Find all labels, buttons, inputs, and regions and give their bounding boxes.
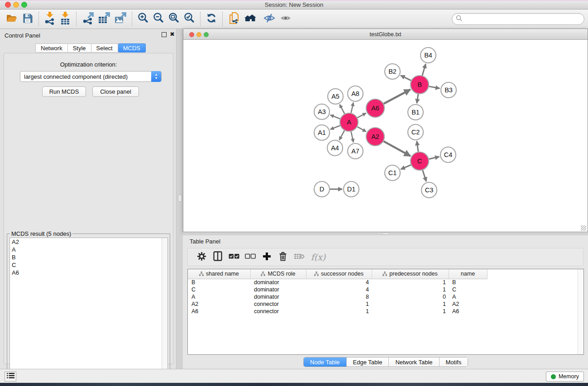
edge-C-C3[interactable] [423,170,426,181]
edge-A6-B[interactable] [384,90,411,104]
deselect-all-button[interactable] [242,249,258,265]
search-field[interactable] [452,13,584,25]
edge-A-A6[interactable] [358,113,366,118]
table-cell[interactable]: 1 [372,279,449,286]
node-D[interactable]: D [314,181,330,197]
column-header-successor-nodes[interactable]: successor nodes [306,269,372,279]
show-panels-button[interactable] [277,11,294,27]
hide-panels-button[interactable] [261,11,277,27]
mcds-result-item[interactable]: A2 [10,238,167,246]
import-table-button[interactable] [57,11,73,27]
node-D1[interactable]: D1 [344,181,359,197]
search-input[interactable] [463,14,584,24]
result-list-scrollbar[interactable] [162,238,167,386]
edge-A-A8[interactable] [351,103,354,113]
edge-A-A7[interactable] [351,132,353,143]
export-table-button[interactable] [96,11,112,27]
import-network-button[interactable] [42,11,57,27]
edge-A-A2[interactable] [357,127,366,132]
node-C2[interactable]: C2 [408,124,423,140]
table-row[interactable]: Cdominator41C [188,286,578,293]
splitter-handle[interactable] [178,195,182,202]
column-header-mcds-role[interactable]: MCDS role [250,269,306,279]
criterion-dropdown[interactable]: largest connected component (directed) ▲… [20,71,162,82]
table-cell[interactable]: dominator [250,286,306,293]
node-A1[interactable]: A1 [314,125,330,140]
node-A4[interactable]: A4 [327,140,343,156]
edge-C-C1[interactable] [401,165,411,169]
table-cell[interactable]: A2 [188,300,250,308]
zoom-out-button[interactable] [151,11,166,27]
zoom-fit-button[interactable] [166,11,182,27]
table-cell[interactable]: 1 [372,308,449,315]
table-cell[interactable] [487,286,578,293]
select-all-button[interactable] [226,249,242,265]
zoom-selected-button[interactable] [182,11,197,27]
node-C4[interactable]: C4 [440,147,456,162]
table-cell[interactable] [487,293,578,300]
tab-style[interactable]: Style [68,43,91,52]
edge-C-C4[interactable] [429,157,439,159]
node-A2[interactable]: A2 [366,128,384,146]
memory-button[interactable]: Memory [546,372,584,381]
run-mcds-button[interactable]: Run MCDS [42,86,86,97]
node-A7[interactable]: A7 [348,143,363,159]
edge-A2-C[interactable] [383,141,410,156]
table-row[interactable]: Adominator80A [188,293,578,300]
table-cell[interactable]: 1 [306,308,372,315]
column-settings-button[interactable] [193,249,210,265]
mcds-result-item[interactable]: A6 [10,269,167,276]
table-cell[interactable]: 0 [372,293,449,300]
table-cell[interactable]: B [449,279,487,286]
node-C[interactable]: C [411,152,429,170]
horizontal-splitter[interactable] [183,232,588,235]
edge-A-A3[interactable] [330,115,340,119]
table-cell[interactable]: A [188,293,250,300]
resize-grip[interactable] [581,225,586,231]
table-cell[interactable]: C [449,286,487,293]
node-table[interactable]: shared name MCDS role successor nodes pr… [188,269,578,315]
edge-C-C2[interactable] [417,141,418,152]
mcds-result-item[interactable]: A [10,246,167,253]
close-panel-button[interactable]: ✖ [170,31,175,38]
task-history-button[interactable] [5,372,16,381]
edge-B-B3[interactable] [429,86,440,88]
function-builder-button[interactable]: f(x) [307,249,329,265]
refresh-button[interactable] [204,11,219,27]
edge-B-B1[interactable] [417,94,418,103]
table-cell[interactable]: 1 [306,300,372,308]
edge-A-A4[interactable] [339,130,344,140]
export-image-button[interactable] [112,11,129,27]
table-cell[interactable]: A6 [449,308,487,315]
tab-mcds[interactable]: MCDS [118,43,146,52]
column-header-name[interactable]: name [449,269,487,279]
table-cell[interactable]: 1 [372,300,449,308]
edge-B-B2[interactable] [401,76,411,81]
export-network-button[interactable] [80,11,96,27]
node-B2[interactable]: B2 [385,64,400,79]
node-B1[interactable]: B1 [408,105,423,120]
table-cell[interactable] [487,308,578,315]
show-column-button[interactable] [210,249,226,265]
node-C1[interactable]: C1 [385,165,400,181]
edge-A-A1[interactable] [330,126,340,129]
table-cell[interactable]: A2 [449,300,487,308]
delete-column-button[interactable] [275,249,291,265]
add-column-button[interactable] [258,249,275,265]
table-cell[interactable]: dominator [250,293,306,300]
node-B[interactable]: B [411,76,429,94]
table-cell[interactable]: C [188,286,250,293]
node-B4[interactable]: B4 [421,48,436,63]
mcds-result-item[interactable]: B [10,253,167,261]
mcds-result-item[interactable]: C [10,261,167,269]
table-cell[interactable] [487,279,578,286]
edge-A-A5[interactable] [339,105,344,114]
table-cell[interactable]: B [188,279,250,286]
float-panel-button[interactable] [162,32,167,37]
node-B3[interactable]: B3 [441,82,456,98]
network-canvas[interactable]: B4B2BB3A8A5A6A3B1AA1C2A2A4A7C4CC1C3DD1 [184,40,587,232]
table-cell[interactable]: 4 [306,279,372,286]
close-panel-action-button[interactable]: Close panel [92,86,139,97]
table-cell[interactable]: connector [250,300,306,308]
table-scrollbar[interactable] [578,269,583,354]
